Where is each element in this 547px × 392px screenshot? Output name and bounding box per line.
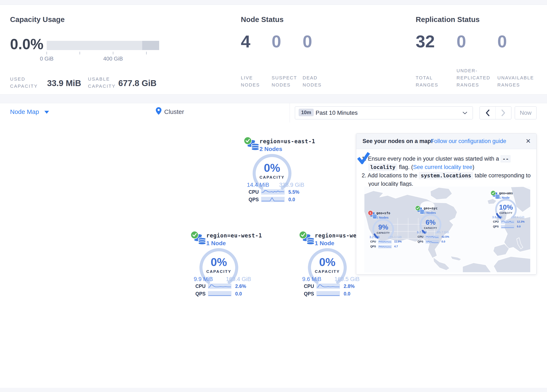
time-forward-button[interactable] [496,110,511,117]
instruction-text: 2. Add locations to the [362,172,419,179]
qps-label: QPS [304,291,314,297]
view-selector-dropdown[interactable]: Node Map [10,108,49,115]
qps-sparkline [316,291,340,296]
cpu-row: CPU2.8% [299,283,362,289]
instruction-text: your locality flags. [368,181,413,187]
cpu-label: CPU [249,189,259,195]
capacity-percent: 0% [251,161,293,174]
sparkline-chart [316,283,340,289]
qps-row: QPS0.0 [190,291,253,297]
sparkline-chart [425,240,439,244]
popup-title: See your nodes on a map! [362,138,433,144]
total-capacity-value: 169.5 GiB [326,276,360,282]
qps-value: 0.0 [235,291,242,297]
axis-tick-label: 0 GiB [30,55,63,62]
qps-label: QPS [417,240,423,243]
time-range-badge: 10m [299,109,314,116]
instruction-text: 1. Ensure every node in your cluster was… [362,156,500,162]
stat-value: 0 [272,32,281,51]
nodes-on-map-popup: See your nodes on a map! Follow our conf… [356,133,537,275]
stat-label: UNAVAILABLERANGES [497,74,534,89]
capacity-label: CAPACITY [420,227,441,229]
instruction-line: 1. Ensure every node in your cluster was… [362,155,511,163]
qps-value: 0.0 [288,197,295,202]
time-range-dropdown[interactable]: 10m Past 10 Minutes [295,106,473,119]
chevron-left-icon [485,110,490,116]
axis-tick [113,52,113,55]
node-card-region=us-west-1[interactable]: region=us-west-11 Node0%CAPACITY9.6 MiB1… [299,231,362,302]
cpu-sparkline [378,240,392,243]
now-button[interactable]: Now [515,106,537,119]
time-range-label: Past 10 Minutes [316,110,358,116]
sparkline-chart [378,245,392,248]
qps-value: 0.0 [344,291,350,297]
cpu-sparkline [316,283,340,289]
cluster-summary-bar: Capacity Usage 0.0% 0 GiB 400 GiB USEDCA… [0,5,547,94]
stat-label: SUSPECTNODES [272,74,297,89]
status-ok-icon [299,231,307,239]
stat-label: TOTALRANGES [416,74,438,89]
node-card-geo=sfo[interactable]: 1geo=sfo2 Nodes9%CAPACITY3.2 GiB35.1 GiB… [368,210,405,252]
locality-tree-link[interactable]: See current locality tree [413,164,472,170]
stat-value: 32 [416,32,435,51]
stat-value: 0 [457,32,466,51]
status-ok-icon [244,137,252,145]
qps-label: QPS [195,291,206,297]
cpu-label: CPU [417,235,423,238]
cpu-value: 2.6% [235,283,246,289]
capacity-percent: 0% [306,255,348,268]
node-status-title: Node Status [241,15,284,24]
node-card-geo=ams[interactable]: geo=ams1 Node10%CAPACITY3.6 GiB34.4 GiBC… [491,190,528,232]
used-capacity-label: USEDCAPACITY [10,76,38,90]
node-count-label[interactable]: 1 Node [315,240,334,247]
instruction-line: locality flag. (See current locality tre… [368,163,474,172]
node-card-region=eu-west-1[interactable]: region=eu-west-11 Node0%CAPACITY9.9 MiB1… [190,231,253,302]
cpu-value: 12.3% [517,220,525,223]
chevron-down-icon [463,112,467,114]
capacity-percent: 10% [495,203,516,211]
node-count-label[interactable]: 1 Node [206,240,226,247]
total-capacity-value: 34.4 GiB [505,215,524,219]
instruction-text: ) [472,164,474,170]
cpu-value: 11.0% [394,240,402,243]
status-ok-icon [415,206,421,211]
capacity-usage-bar [47,41,159,50]
qps-label: QPS [493,225,499,228]
code-snippet: locality [368,164,397,171]
axis-tick [146,52,147,55]
close-icon[interactable]: ✕ [526,137,531,145]
popup-header: See your nodes on a map! Follow our conf… [356,134,536,149]
stat-value: 0 [497,32,507,51]
total-capacity-value: 169.4 GiB [218,276,251,282]
cpu-value: 5.5% [288,189,299,195]
capacity-usage-title: Capacity Usage [10,15,65,24]
cpu-label: CPU [304,283,314,289]
svg-text:1: 1 [370,212,371,215]
qps-sparkline [378,245,392,248]
sparkline-chart [425,235,439,239]
toolbar: Node Map Cluster 10m Past 10 Minutes [0,103,547,123]
status-ok-icon [299,231,307,239]
qps-sparkline [261,197,285,202]
capacity-percent: 0% [198,255,240,268]
cpu-row: CPU5.5% [244,189,306,195]
status-ok-icon [491,190,496,196]
time-back-button[interactable] [480,110,495,117]
sparkline-chart [316,291,340,296]
qps-value: 0.0 [517,225,521,228]
cpu-sparkline [425,235,439,238]
sparkline-chart [208,283,231,289]
status-ok-icon [190,231,199,239]
qps-value: 0.0 [441,240,445,243]
configuration-guide-link[interactable]: Follow our configuration guide [431,138,506,144]
map-pin-icon [156,107,161,115]
node-card-region=us-east-1[interactable]: region=us-east-12 Nodes0%CAPACITY14.4 Mi… [244,137,306,208]
capacity-label: CAPACITY [198,269,240,274]
instruction-text: table corresponding to [473,172,531,179]
breadcrumb: Cluster [156,107,161,116]
node-count-label[interactable]: 2 Nodes [260,146,282,152]
node-locality-label: geo=sfo [376,211,390,215]
status-warning-badge: 1 [368,210,373,216]
stat-value: 4 [241,32,250,51]
node-card-geo=nyc[interactable]: geo=nyc2 Nodes6%CAPACITY3.7 GiB65.7 GiBC… [415,206,453,247]
